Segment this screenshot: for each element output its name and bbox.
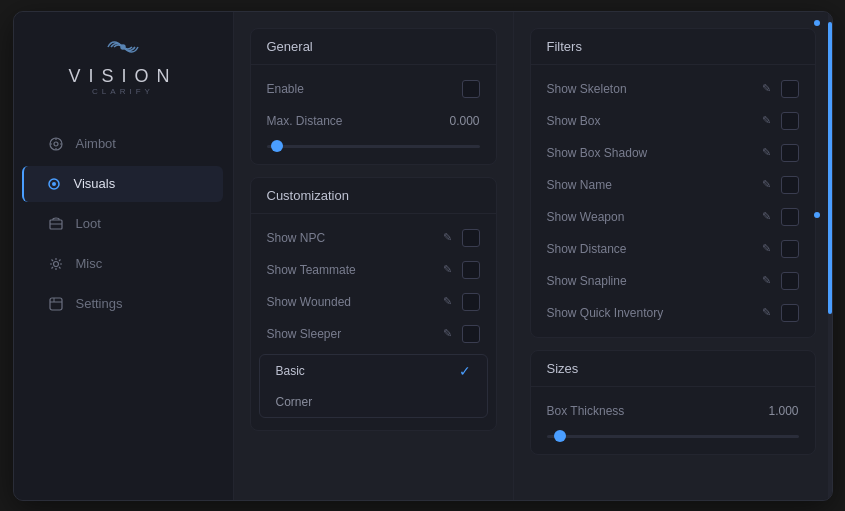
nav-items: Aimbot Visuals bbox=[14, 126, 233, 322]
box-thickness-row: Box Thickness 1.000 bbox=[531, 395, 815, 427]
dropdown-item-corner[interactable]: Corner bbox=[260, 387, 487, 417]
logo-area: VISION CLARIFY bbox=[68, 32, 177, 96]
show-skeleton-edit-icon[interactable]: ✎ bbox=[762, 82, 771, 95]
svg-point-2 bbox=[54, 142, 58, 146]
show-sleeper-label: Show Sleeper bbox=[267, 327, 342, 341]
dropdown-item-basic[interactable]: Basic ✓ bbox=[260, 355, 487, 387]
sidebar-item-misc[interactable]: Misc bbox=[24, 246, 223, 282]
show-wounded-controls: ✎ bbox=[443, 293, 480, 311]
show-name-row: Show Name ✎ bbox=[531, 169, 815, 201]
show-distance-edit-icon[interactable]: ✎ bbox=[762, 242, 771, 255]
settings-icon bbox=[48, 296, 64, 312]
sidebar-item-aimbot-label: Aimbot bbox=[76, 136, 116, 151]
misc-icon bbox=[48, 256, 64, 272]
show-wounded-row: Show Wounded ✎ bbox=[251, 286, 496, 318]
box-thickness-slider-track[interactable] bbox=[547, 435, 799, 438]
show-teammate-row: Show Teammate ✎ bbox=[251, 254, 496, 286]
show-weapon-controls: ✎ bbox=[762, 208, 799, 226]
sidebar-item-settings[interactable]: Settings bbox=[24, 286, 223, 322]
show-quick-inventory-row: Show Quick Inventory ✎ bbox=[531, 297, 815, 329]
show-sleeper-controls: ✎ bbox=[443, 325, 480, 343]
show-skeleton-label: Show Skeleton bbox=[547, 82, 627, 96]
show-quick-inventory-label: Show Quick Inventory bbox=[547, 306, 664, 320]
show-skeleton-controls: ✎ bbox=[762, 80, 799, 98]
box-thickness-slider-thumb[interactable] bbox=[554, 430, 566, 442]
filters-header: Filters bbox=[531, 29, 815, 65]
show-skeleton-toggle[interactable] bbox=[781, 80, 799, 98]
sizes-section: Sizes Box Thickness 1.000 bbox=[530, 350, 816, 455]
show-weapon-edit-icon[interactable]: ✎ bbox=[762, 210, 771, 223]
show-weapon-toggle[interactable] bbox=[781, 208, 799, 226]
enable-label: Enable bbox=[267, 82, 304, 96]
show-sleeper-toggle[interactable] bbox=[462, 325, 480, 343]
scroll-dot-mid bbox=[814, 212, 820, 218]
show-box-shadow-toggle[interactable] bbox=[781, 144, 799, 162]
scrollbar-thumb[interactable] bbox=[828, 22, 832, 315]
max-distance-slider-thumb[interactable] bbox=[271, 140, 283, 152]
show-name-label: Show Name bbox=[547, 178, 612, 192]
show-npc-edit-icon[interactable]: ✎ bbox=[443, 231, 452, 244]
show-npc-toggle[interactable] bbox=[462, 229, 480, 247]
dropdown-check-icon: ✓ bbox=[459, 363, 471, 379]
show-name-toggle[interactable] bbox=[781, 176, 799, 194]
show-distance-row: Show Distance ✎ bbox=[531, 233, 815, 265]
box-thickness-label: Box Thickness bbox=[547, 404, 625, 418]
logo-icon bbox=[93, 32, 153, 62]
show-box-edit-icon[interactable]: ✎ bbox=[762, 114, 771, 127]
max-distance-row: Max. Distance 0.000 bbox=[251, 105, 496, 137]
sizes-header: Sizes bbox=[531, 351, 815, 387]
filters-content: Show Skeleton ✎ Show Box ✎ bbox=[531, 65, 815, 337]
sidebar-item-loot[interactable]: Loot bbox=[24, 206, 223, 242]
show-teammate-controls: ✎ bbox=[443, 261, 480, 279]
show-box-shadow-label: Show Box Shadow bbox=[547, 146, 648, 160]
show-box-toggle[interactable] bbox=[781, 112, 799, 130]
show-teammate-label: Show Teammate bbox=[267, 263, 356, 277]
sidebar-item-loot-label: Loot bbox=[76, 216, 101, 231]
enable-row: Enable bbox=[251, 73, 496, 105]
general-section: General Enable Max. Distance 0.000 bbox=[250, 28, 497, 165]
max-distance-label: Max. Distance bbox=[267, 114, 343, 128]
show-npc-label: Show NPC bbox=[267, 231, 326, 245]
show-box-label: Show Box bbox=[547, 114, 601, 128]
box-thickness-value: 1.000 bbox=[768, 404, 798, 418]
sidebar-item-settings-label: Settings bbox=[76, 296, 123, 311]
enable-toggle[interactable] bbox=[462, 80, 480, 98]
svg-point-11 bbox=[53, 261, 58, 266]
show-quick-inventory-edit-icon[interactable]: ✎ bbox=[762, 306, 771, 319]
show-npc-row: Show NPC ✎ bbox=[251, 222, 496, 254]
general-header: General bbox=[251, 29, 496, 65]
show-wounded-edit-icon[interactable]: ✎ bbox=[443, 295, 452, 308]
show-quick-inventory-toggle[interactable] bbox=[781, 304, 799, 322]
customization-content: Show NPC ✎ Show Teammate ✎ bbox=[251, 214, 496, 430]
customization-header: Customization bbox=[251, 178, 496, 214]
show-skeleton-row: Show Skeleton ✎ bbox=[531, 73, 815, 105]
sidebar-item-aimbot[interactable]: Aimbot bbox=[24, 126, 223, 162]
show-snapline-row: Show Snapline ✎ bbox=[531, 265, 815, 297]
scroll-dot-top bbox=[814, 20, 820, 26]
show-wounded-toggle[interactable] bbox=[462, 293, 480, 311]
max-distance-value: 0.000 bbox=[449, 114, 479, 128]
show-sleeper-edit-icon[interactable]: ✎ bbox=[443, 327, 452, 340]
show-distance-toggle[interactable] bbox=[781, 240, 799, 258]
box-thickness-slider-row bbox=[531, 427, 815, 446]
scrollbar[interactable] bbox=[828, 12, 832, 500]
show-snapline-toggle[interactable] bbox=[781, 272, 799, 290]
show-teammate-edit-icon[interactable]: ✎ bbox=[443, 263, 452, 276]
show-box-shadow-edit-icon[interactable]: ✎ bbox=[762, 146, 771, 159]
aimbot-icon bbox=[48, 136, 64, 152]
show-box-shadow-controls: ✎ bbox=[762, 144, 799, 162]
loot-icon bbox=[48, 216, 64, 232]
show-npc-controls: ✎ bbox=[443, 229, 480, 247]
show-teammate-toggle[interactable] bbox=[462, 261, 480, 279]
svg-rect-12 bbox=[50, 298, 62, 310]
left-panel: General Enable Max. Distance 0.000 bbox=[234, 12, 514, 500]
max-distance-slider-track[interactable] bbox=[267, 145, 480, 148]
show-weapon-row: Show Weapon ✎ bbox=[531, 201, 815, 233]
box-type-dropdown[interactable]: Basic ✓ Corner bbox=[259, 354, 488, 418]
sidebar-item-misc-label: Misc bbox=[76, 256, 103, 271]
show-box-shadow-row: Show Box Shadow ✎ bbox=[531, 137, 815, 169]
show-snapline-edit-icon[interactable]: ✎ bbox=[762, 274, 771, 287]
logo-text: VISION bbox=[68, 66, 177, 87]
show-name-edit-icon[interactable]: ✎ bbox=[762, 178, 771, 191]
sidebar-item-visuals[interactable]: Visuals bbox=[22, 166, 223, 202]
